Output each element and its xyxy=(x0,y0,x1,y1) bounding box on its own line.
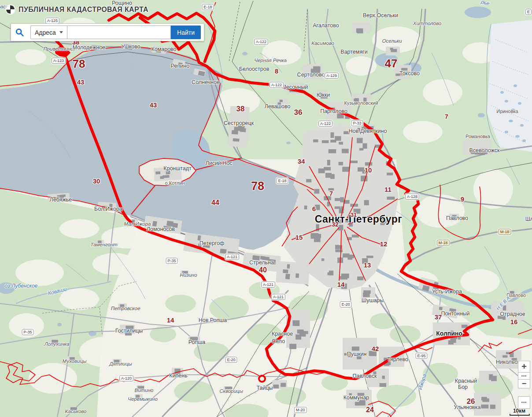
map-canvas[interactable] xyxy=(0,0,532,417)
more-tools-button[interactable]: ••• xyxy=(518,396,530,409)
zoom-in-button[interactable]: + xyxy=(518,361,530,373)
app-header: ПУБЛИЧНАЯ КАДАСТРОВАЯ КАРТА xyxy=(6,5,148,14)
search-input[interactable] xyxy=(67,26,171,39)
scale-label: 10км xyxy=(508,408,530,414)
zoom-out-button[interactable]: − xyxy=(518,379,530,388)
rosreestr-logo-icon xyxy=(6,5,15,14)
search-bar: Адреса Найти xyxy=(11,23,204,41)
page-title: ПУБЛИЧНАЯ КАДАСТРОВАЯ КАРТА xyxy=(18,6,148,14)
scale-bar xyxy=(510,414,530,416)
search-icon[interactable] xyxy=(15,28,24,37)
cadastral-map-app: РощинорасовоПриветнинскМолодежноеУшковоК… xyxy=(0,0,532,417)
search-button[interactable]: Найти xyxy=(171,26,201,39)
zoom-levels-button[interactable]: ••• xyxy=(518,372,530,380)
search-category-label: Адреса xyxy=(35,29,56,36)
chevron-down-icon xyxy=(59,31,63,33)
search-category-dropdown[interactable]: Адреса xyxy=(30,26,67,39)
